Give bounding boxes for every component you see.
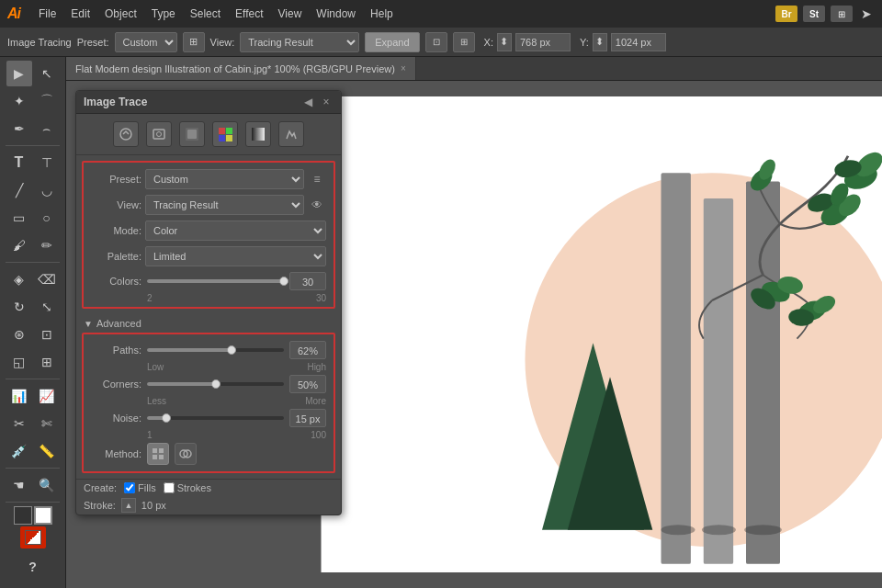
eraser-tool[interactable]: ⌫ bbox=[34, 266, 60, 292]
x-stepper[interactable]: ⬍ bbox=[497, 33, 512, 51]
arrow-icon[interactable]: ➤ bbox=[858, 6, 875, 22]
gradient-tool[interactable]: ◱ bbox=[6, 349, 32, 375]
app-logo: Ai bbox=[7, 6, 20, 22]
chart-tool[interactable]: 📊 bbox=[6, 383, 32, 409]
fill-swatch[interactable] bbox=[14, 506, 32, 525]
stroke-swatch[interactable] bbox=[34, 506, 52, 525]
touch-type-tool[interactable]: ⊤ bbox=[34, 150, 60, 175]
line-tool[interactable]: ╱ bbox=[6, 177, 32, 203]
y-stepper[interactable]: ⬍ bbox=[593, 33, 607, 51]
workspace-icon[interactable]: ⊞ bbox=[831, 6, 853, 22]
stroke-row: Stroke: ▲ 10 px bbox=[76, 496, 341, 514]
view-setting-label: View: bbox=[91, 199, 141, 210]
colors-track bbox=[147, 279, 284, 283]
advanced-header[interactable]: ▼ Advanced bbox=[76, 314, 341, 333]
shaper-tool[interactable]: ◈ bbox=[6, 266, 32, 292]
colors-value[interactable]: 30 bbox=[289, 272, 326, 290]
paths-thumb[interactable] bbox=[227, 345, 236, 355]
colors-thumb[interactable] bbox=[279, 277, 288, 286]
mesh-tool[interactable]: ⊞ bbox=[34, 349, 60, 375]
paintbrush-tool[interactable]: 🖌 bbox=[6, 232, 32, 258]
curvature-tool[interactable]: ⌢ bbox=[34, 116, 60, 141]
panel-close-btn[interactable]: × bbox=[319, 95, 334, 109]
bridge-icon[interactable]: Br bbox=[775, 6, 797, 22]
preset-select[interactable]: Custom bbox=[115, 32, 177, 52]
menu-view[interactable]: View bbox=[271, 0, 310, 28]
menu-object[interactable]: Object bbox=[97, 0, 144, 28]
help-tool[interactable]: ? bbox=[20, 554, 46, 580]
method-abutting-btn[interactable] bbox=[147, 443, 169, 465]
paths-value[interactable]: 62% bbox=[289, 341, 326, 359]
fills-checkbox[interactable] bbox=[124, 482, 135, 493]
hand-tool[interactable]: ☚ bbox=[6, 472, 32, 498]
menu-help[interactable]: Help bbox=[363, 0, 401, 28]
preset-menu-btn[interactable]: ≡ bbox=[308, 170, 326, 188]
measure-tool[interactable]: 📏 bbox=[34, 438, 60, 464]
rect-tool[interactable]: ▭ bbox=[6, 205, 32, 231]
slice-tool[interactable]: ✂ bbox=[6, 411, 32, 436]
grayscale-btn[interactable] bbox=[245, 121, 271, 147]
panel-collapse-btn[interactable]: ◀ bbox=[300, 95, 315, 109]
magic-wand-tool[interactable]: ✦ bbox=[6, 88, 32, 114]
grid-icon[interactable]: ⊞ bbox=[453, 32, 475, 52]
pen-tool[interactable]: ✒ bbox=[6, 116, 32, 141]
strokes-checkbox[interactable] bbox=[164, 482, 175, 493]
high-color-btn[interactable] bbox=[212, 121, 238, 147]
corners-value[interactable]: 50% bbox=[289, 375, 326, 393]
auto-preset-btn[interactable] bbox=[113, 121, 139, 147]
document-tab[interactable]: Flat Modern design Illustration of Cabin… bbox=[66, 57, 416, 80]
low-color-btn[interactable] bbox=[179, 121, 205, 147]
method-overlapping-btn[interactable] bbox=[175, 443, 197, 465]
view-select[interactable]: Tracing Result bbox=[240, 32, 359, 52]
sketch-btn[interactable] bbox=[278, 121, 304, 147]
menu-file[interactable]: File bbox=[31, 0, 63, 28]
strokes-checkbox-group[interactable]: Strokes bbox=[164, 482, 211, 493]
corners-less-label: Less bbox=[147, 396, 166, 406]
palette-setting-select[interactable]: Limited bbox=[145, 246, 326, 266]
color-icon bbox=[20, 526, 46, 548]
stroke-up-btn[interactable]: ▲ bbox=[121, 498, 136, 513]
selection-icon[interactable]: ⊡ bbox=[425, 32, 447, 52]
zoom-tool[interactable]: 🔍 bbox=[34, 472, 60, 498]
arc-tool[interactable]: ◡ bbox=[34, 177, 60, 203]
colors-min-label: 2 bbox=[147, 293, 153, 303]
direct-select-tool[interactable]: ↖ bbox=[34, 61, 60, 86]
lasso-tool[interactable]: ⌒ bbox=[34, 88, 60, 114]
pencil-tool[interactable]: ✏ bbox=[34, 232, 60, 258]
bar-chart-tool[interactable]: 📈 bbox=[34, 383, 60, 409]
menu-window[interactable]: Window bbox=[309, 0, 363, 28]
x-value[interactable]: 768 px bbox=[515, 33, 571, 51]
fills-checkbox-group[interactable]: Fills bbox=[124, 482, 156, 493]
noise-thumb[interactable] bbox=[162, 413, 171, 423]
ellipse-tool[interactable]: ○ bbox=[34, 205, 60, 231]
stock-icon[interactable]: St bbox=[803, 6, 825, 22]
preset-options-btn[interactable]: ⊞ bbox=[183, 32, 205, 52]
x-coord-group: X: ⬍ 768 px bbox=[484, 33, 571, 51]
menu-bar: Ai File Edit Object Type Select Effect V… bbox=[0, 0, 882, 28]
tab-close-btn[interactable]: × bbox=[401, 63, 406, 74]
mode-setting-select[interactable]: Color bbox=[145, 220, 326, 241]
expand-button[interactable]: Expand bbox=[365, 32, 419, 52]
rotate-tool[interactable]: ↻ bbox=[6, 294, 32, 320]
type-tool[interactable]: T bbox=[6, 150, 32, 175]
svg-rect-36 bbox=[153, 448, 157, 453]
puppet-warp-tool[interactable]: ⊛ bbox=[6, 322, 32, 347]
colors-fill bbox=[147, 279, 284, 283]
menu-edit[interactable]: Edit bbox=[63, 0, 97, 28]
panel-title-label: Image Trace bbox=[84, 96, 147, 108]
menu-select[interactable]: Select bbox=[183, 0, 228, 28]
view-setting-select[interactable]: Tracing Result bbox=[145, 195, 304, 215]
free-transform-tool[interactable]: ⊡ bbox=[34, 322, 60, 347]
noise-value[interactable]: 15 px bbox=[289, 409, 326, 427]
view-preview-btn[interactable]: 👁 bbox=[308, 196, 326, 214]
eyedropper-tool[interactable]: 💉 bbox=[6, 438, 32, 464]
scissors-tool[interactable]: ✄ bbox=[34, 411, 60, 436]
y-value[interactable]: 1024 px bbox=[611, 33, 666, 51]
corners-thumb[interactable] bbox=[211, 379, 220, 389]
scale-tool[interactable]: ⤡ bbox=[34, 294, 60, 320]
preset-setting-select[interactable]: Custom bbox=[145, 169, 304, 189]
selection-tool[interactable]: ▶ bbox=[6, 61, 32, 86]
photo-preset-btn[interactable] bbox=[146, 121, 172, 147]
menu-type[interactable]: Type bbox=[144, 0, 183, 28]
menu-effect[interactable]: Effect bbox=[228, 0, 270, 28]
